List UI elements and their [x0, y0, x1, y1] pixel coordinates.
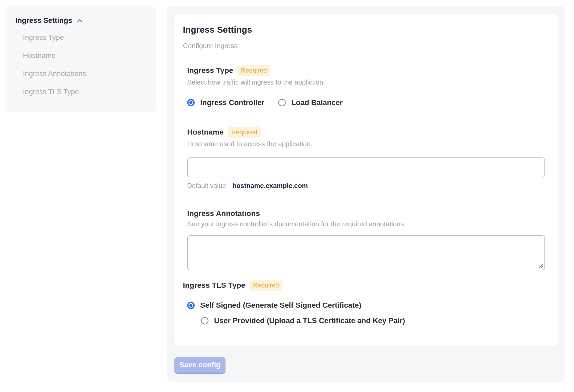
- annotations-textarea-wrap: [187, 235, 545, 270]
- page: Ingress Settings Ingress Type Hostname I…: [0, 0, 574, 392]
- required-badge: Required: [250, 280, 282, 291]
- ingress-type-options: Ingress Controller Load Balancer: [187, 98, 545, 107]
- ingress-annotations-label: Ingress Annotations: [187, 209, 260, 218]
- hostname-description: Hostname used to access the application.: [187, 140, 545, 148]
- default-value-prefix: Default value:: [187, 182, 228, 189]
- ingress-settings-card: Ingress Settings Configure Ingress Ingre…: [174, 14, 558, 346]
- radio-option-label: User Provided (Upload a TLS Certificate …: [214, 316, 405, 325]
- sidebar-item-ingress-annotations[interactable]: Ingress Annotations: [15, 65, 146, 83]
- card-title: Ingress Settings: [183, 25, 545, 35]
- default-value-text: hostname.example.com: [232, 182, 308, 189]
- radio-selected-icon[interactable]: [187, 302, 195, 309]
- radio-option-label: Self Signed (Generate Self Signed Certif…: [200, 301, 361, 310]
- settings-sidebar: Ingress Settings Ingress Type Hostname I…: [5, 6, 156, 112]
- annotations-textarea[interactable]: [187, 235, 545, 270]
- ingress-type-label: Ingress Type: [187, 66, 233, 75]
- hostname-label: Hostname: [187, 128, 224, 136]
- ingress-tls-type-label: Ingress TLS Type: [183, 281, 245, 290]
- card-subtitle: Configure Ingress: [183, 42, 545, 50]
- radio-option-user-provided[interactable]: User Provided (Upload a TLS Certificate …: [201, 316, 545, 325]
- section-hostname: Hostname Required Hostname used to acces…: [187, 127, 545, 190]
- sidebar-section-title: Ingress Settings: [15, 16, 72, 25]
- sidebar-item-hostname[interactable]: Hostname: [15, 47, 146, 65]
- radio-option-label: Load Balancer: [291, 98, 343, 107]
- hostname-input[interactable]: [187, 157, 545, 177]
- required-badge: Required: [237, 65, 270, 76]
- sidebar-section-toggle[interactable]: Ingress Settings: [15, 16, 146, 25]
- radio-option-ingress-controller[interactable]: Ingress Controller: [187, 98, 264, 107]
- radio-unselected-icon[interactable]: [201, 317, 208, 324]
- sidebar-items: Ingress Type Hostname Ingress Annotation…: [15, 28, 146, 101]
- section-ingress-type: Ingress Type Required Select how traffic…: [187, 65, 545, 107]
- hostname-default-row: Default value: hostname.example.com: [187, 182, 545, 190]
- radio-option-self-signed[interactable]: Self Signed (Generate Self Signed Certif…: [187, 301, 545, 310]
- tls-options: Self Signed (Generate Self Signed Certif…: [187, 301, 545, 325]
- section-ingress-annotations: Ingress Annotations See your ingress con…: [187, 209, 545, 270]
- ingress-annotations-description: See your ingress controller’s documentat…: [187, 220, 545, 228]
- radio-option-label: Ingress Controller: [200, 98, 264, 107]
- radio-selected-icon[interactable]: [187, 99, 195, 106]
- required-badge: Required: [228, 127, 261, 138]
- sidebar-item-ingress-type[interactable]: Ingress Type: [15, 28, 146, 47]
- chevron-up-icon: [76, 17, 83, 25]
- section-ingress-tls-type: Ingress TLS Type Required Self Signed (G…: [183, 280, 545, 325]
- save-config-button[interactable]: Save config: [174, 357, 225, 374]
- radio-unselected-icon[interactable]: [278, 99, 286, 106]
- ingress-type-description: Select how traffic will ingress to the a…: [187, 78, 545, 86]
- radio-option-load-balancer[interactable]: Load Balancer: [278, 98, 343, 107]
- settings-panel: Ingress Settings Configure Ingress Ingre…: [167, 6, 565, 382]
- sidebar-item-ingress-tls-type[interactable]: Ingress TLS Type: [15, 83, 146, 101]
